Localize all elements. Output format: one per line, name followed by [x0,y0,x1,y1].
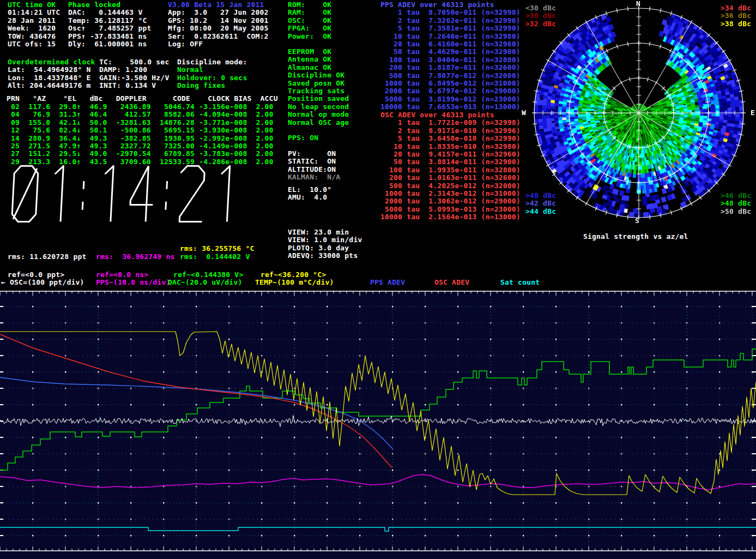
clock-display[interactable] [11,164,256,225]
rms-dac: rms: 0.144402 V [180,253,250,261]
fix-flags-list: PV: ONSTATIC: ONALTITUDE:ONKALMAN: N/A [288,150,340,182]
queue-block: VIEW: 23.0 minVIEW: 1.0 min/divPLOTQ: 3.… [288,229,362,260]
rms-pps: rms: 36.962749 ns [96,253,174,261]
legend-osc-adev: OSC ADEV [434,279,469,286]
firmware-version-block: V3.00 Beta 15 Jan 2011App: 3.0 27 Jun 20… [168,1,269,48]
pps-adev-table: PPS ADEV over 46313 points 1 tau 8.7050e… [380,1,521,111]
legend-sat-count: Sat count [500,279,540,286]
sat-table: 02 117.6 29.8↑ 46.9 2436.89 5046.74 -3.1… [7,103,274,166]
sky-plot-title: Signal strength vs az/el [583,233,688,241]
dbc-legend-mid: >40 dBc>42 dBc>44 dBc [525,192,556,215]
device-health-list: ROM: OKRAM: OKOSC: OKFPGA: OKPower: OK [288,1,331,40]
gps-status-list: EEPROM OKAntenna OKAlmanac OKDiscipline … [288,48,349,127]
lady-heather-screen: UTC time OK01:14:21 UTC28 Jan 2011Week: … [0,0,756,559]
history-plot[interactable] [0,289,756,559]
plot-scale-dac: DAC~(20.0 uV/div) [168,279,242,286]
position-block: Overdetermined clockLat: 54.4964928° NLo… [8,58,95,90]
sat-table-header: PRN °AZ °EL dBc DOPPLER CODE CLOCK BIAS … [7,95,278,103]
loop-params-block: TC: 500.0 secDAMP: 1.200GAIN:-3.500 Hz/V… [99,58,169,90]
dbc-legend-low: <30 dBc>30 dBc>32 dBc [525,4,556,28]
mask-block: EL: 10.0°AMU: 4.0 [288,186,331,202]
legend-pps-adev: PPS ADEV [370,279,405,286]
discipline-mode-block: Discipline mode:NormalHoldover: 0 secsDo… [177,58,247,90]
compass-n: N [636,0,640,8]
plot-scale-temp: TEMP~(100 m°C/div) [255,279,334,286]
compass-s: S [635,217,639,225]
dbc-legend-high: >46 dBc>48 dBc>50 dBc [721,192,751,215]
plot-scale-osc: ← OSC=(100 ppt/div) [1,279,84,286]
oscillator-state-block: Phase lockedDAC: 0.144463 VTemp: 36.1281… [68,1,152,48]
osc-adev-table: OSC ADEV over 46313 points 1 tau 1.7721e… [380,111,521,221]
pps-state: PPS: ON [288,134,318,142]
rms-osc: rms: 11.620728 ppt [8,253,86,261]
compass-w: W [522,109,526,117]
rms-temp: rms: 36.255756 °C [180,245,254,253]
plot-scale-pps: PPS~(10.0 ns/div) [96,279,170,286]
dbc-legend-midlow: >34 dBc>36 dBc>38 dBc [721,4,751,28]
utc-time-block: UTC time OK01:14:21 UTC28 Jan 2011Week: … [8,1,60,48]
compass-e: E [751,109,755,117]
